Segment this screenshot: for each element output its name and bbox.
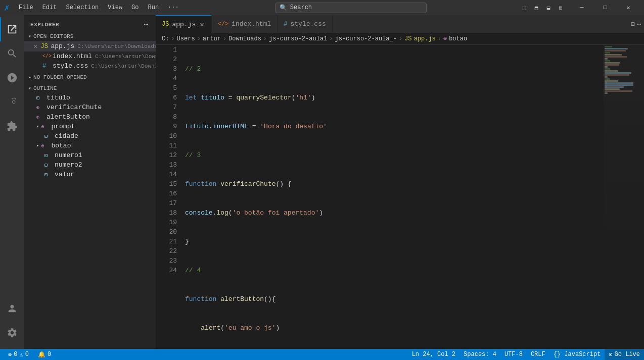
- sidebar-title: EXPLORER ⋯: [24, 15, 156, 32]
- breadcrumb-file[interactable]: JSapp.js: [404, 35, 436, 42]
- outline-numero2-label: numero2: [55, 161, 82, 169]
- code-line-8: // 4: [185, 266, 604, 275]
- outline-section[interactable]: ▾ OUTLINE: [24, 84, 156, 93]
- breadcrumb-downloads[interactable]: Downloads: [228, 35, 261, 42]
- activity-debug[interactable]: [0, 90, 24, 114]
- activity-account[interactable]: [0, 296, 24, 321]
- menu-go[interactable]: Go: [127, 3, 143, 13]
- menu-edit[interactable]: Edit: [38, 3, 61, 13]
- app-logo: ✗: [4, 2, 10, 13]
- breadcrumb-artur[interactable]: artur: [203, 35, 221, 42]
- open-editor-appjs[interactable]: ✕ JS app.js C:\Users\artur\Downloads\j..…: [24, 41, 156, 52]
- breadcrumb-c[interactable]: C:: [162, 35, 169, 42]
- spaces-label: Spaces: 4: [464, 351, 496, 358]
- warning-count: 0: [25, 351, 29, 358]
- split-icon[interactable]: ⬒: [531, 2, 542, 13]
- breadcrumb-jsaula[interactable]: js-curso-2-aula_-: [335, 35, 396, 42]
- menu-run[interactable]: Run: [144, 3, 163, 13]
- menu-view[interactable]: View: [104, 3, 126, 13]
- tab-appjs-close[interactable]: ✕: [199, 20, 205, 29]
- tab-html-icon: </>: [218, 21, 229, 28]
- outline-alertButton[interactable]: ⊕ alertButton: [24, 112, 156, 122]
- tabs-bar: JS app.js ✕ </> index.html # style.css ⊟…: [156, 15, 644, 33]
- breadcrumb-users[interactable]: Users: [177, 35, 195, 42]
- menu-more[interactable]: ···: [164, 3, 183, 13]
- status-position[interactable]: Ln 24, Col 2: [408, 349, 459, 360]
- code-line-4: // 3: [185, 150, 604, 160]
- outline-numero2[interactable]: ⊡ numero2: [24, 160, 156, 170]
- error-count: 0: [14, 351, 17, 358]
- more-actions-icon[interactable]: ⋯: [637, 20, 641, 28]
- var-icon5: ⊡: [44, 172, 53, 178]
- func-icon4: ⊕: [41, 143, 49, 149]
- tab-stylecss[interactable]: # style.css: [278, 15, 332, 33]
- outline-numero1[interactable]: ⊡ numero1: [24, 150, 156, 160]
- status-eol[interactable]: CRLF: [527, 349, 549, 360]
- status-encoding[interactable]: UTF-8: [500, 349, 527, 360]
- layout-icon[interactable]: ⬚: [519, 2, 530, 13]
- tab-indexhtml[interactable]: </> index.html: [212, 15, 278, 33]
- maximize-button[interactable]: □: [593, 0, 617, 15]
- tab-indexhtml-label: index.html: [232, 20, 271, 28]
- outline-botao-label: botao: [51, 142, 71, 149]
- code-content: // 2 let titulo = quarrySelector('h1') t…: [181, 45, 604, 349]
- status-language[interactable]: {} JavaScript: [549, 349, 605, 360]
- no-folder-section[interactable]: ▸ NO FOLDER OPENED: [24, 73, 156, 82]
- search-label: Search: [290, 4, 312, 11]
- new-file-icon[interactable]: ⋯: [143, 19, 150, 30]
- status-notifications[interactable]: 🔔 0: [34, 349, 55, 360]
- activity-extensions[interactable]: [0, 114, 24, 138]
- outline-botao[interactable]: ▾ ⊕ botao: [24, 141, 156, 150]
- close-appjs-icon[interactable]: ✕: [32, 42, 38, 50]
- open-editor-appjs-name: app.js: [51, 42, 74, 50]
- func-icon3: ⊕: [41, 124, 49, 130]
- search-bar[interactable]: 🔍 Search: [275, 3, 427, 13]
- layout3-icon[interactable]: ⊞: [555, 2, 566, 13]
- func-icon: ⊕: [36, 105, 44, 111]
- func-icon2: ⊕: [36, 114, 44, 120]
- tab-appjs[interactable]: JS app.js ✕: [156, 15, 212, 33]
- outline-prompt[interactable]: ▾ ⊕ prompt: [24, 122, 156, 131]
- css-file-icon: #: [42, 63, 51, 70]
- menu-selection[interactable]: Selection: [62, 3, 103, 13]
- tab-appjs-label: app.js: [172, 21, 196, 28]
- code-line-1: // 2: [185, 64, 604, 74]
- activity-search[interactable]: [0, 41, 24, 66]
- outline-cidade[interactable]: ⊡ cidade: [24, 131, 156, 141]
- editor-area: JS app.js ✕ </> index.html # style.css ⊟…: [156, 15, 644, 349]
- close-button[interactable]: ✕: [617, 0, 640, 15]
- menu-file[interactable]: File: [15, 3, 37, 13]
- code-line-6: console.log('o botão foi apertado'): [185, 208, 604, 218]
- status-golive[interactable]: ⊙ Go Live: [605, 349, 644, 360]
- open-editors-section[interactable]: ▾ OPEN EDITORS: [24, 32, 156, 41]
- code-line-3: titulo.innerHTML = 'Hora do desafio': [185, 122, 604, 131]
- outline-valor[interactable]: ⊡ valor: [24, 170, 156, 179]
- open-editor-stylecss[interactable]: # style.css C:\Users\artur\Download...: [24, 61, 156, 71]
- split-editor-icon[interactable]: ⊟: [631, 20, 635, 28]
- status-errors[interactable]: ⊗ 0 ⚠ 0: [4, 349, 33, 360]
- layout2-icon[interactable]: ⬓: [543, 2, 554, 13]
- status-spaces[interactable]: Spaces: 4: [459, 349, 500, 360]
- status-right: Ln 24, Col 2 Spaces: 4 UTF-8 CRLF {} Jav…: [408, 349, 644, 360]
- breadcrumb-symbol[interactable]: ⊕botao: [443, 35, 467, 42]
- activity-git[interactable]: [0, 66, 24, 90]
- code-line-5: function verificarChute() {: [185, 179, 604, 189]
- html-file-icon: </>: [42, 54, 51, 59]
- minimize-button[interactable]: ─: [570, 0, 593, 15]
- code-line-7: }: [185, 237, 604, 246]
- open-editor-stylecss-name: style.css: [53, 62, 88, 70]
- outline-valor-label: valor: [55, 171, 74, 178]
- outline-verificarChute[interactable]: ⊕ verificarChute: [24, 102, 156, 112]
- outline-titulo-label: titulo: [47, 94, 70, 101]
- open-editor-stylecss-path: C:\Users\artur\Download...: [91, 63, 156, 69]
- breadcrumb-jscurso[interactable]: js-curso-2-aula1: [269, 35, 327, 42]
- tab-js-icon: JS: [162, 21, 169, 28]
- activity-explorer[interactable]: [0, 17, 24, 41]
- outline-titulo[interactable]: ⊡ titulo: [24, 93, 156, 102]
- menu-bar: File Edit Selection View Go Run ···: [15, 3, 183, 13]
- open-editor-indexhtml[interactable]: </> index.html C:\Users\artur\Downlo...: [24, 52, 156, 61]
- activity-settings[interactable]: [0, 321, 24, 345]
- outline-chevron: ▾: [28, 85, 31, 91]
- code-editor[interactable]: 1 2 3 4 5 6 7 8 9 10 11 12 13 14 15 16 1…: [156, 45, 644, 349]
- line-numbers: 1 2 3 4 5 6 7 8 9 10 11 12 13 14 15 16 1…: [156, 45, 181, 349]
